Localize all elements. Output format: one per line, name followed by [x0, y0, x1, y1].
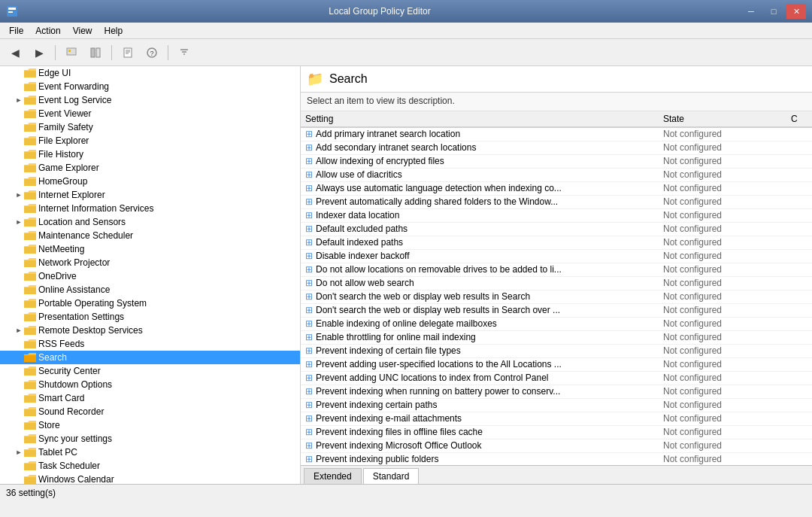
tree-item[interactable]: Maintenance Scheduler: [0, 229, 300, 242]
table-row[interactable]: ⊞Prevent indexing certain pathsNot confi…: [301, 398, 812, 412]
tree-panel[interactable]: Edge UIEvent Forwarding►Event Log Servic…: [0, 66, 301, 484]
table-row[interactable]: ⊞Default indexed pathsNot configured: [301, 236, 812, 249]
help-button[interactable]: ?: [141, 42, 162, 63]
maximize-button[interactable]: □: [764, 4, 783, 19]
tree-item[interactable]: Search: [0, 351, 300, 364]
tree-item[interactable]: Sound Recorder: [0, 405, 300, 418]
folder-icon: [24, 312, 36, 322]
forward-button[interactable]: ▶: [29, 42, 50, 63]
setting-icon: ⊞: [305, 373, 313, 383]
setting-icon: ⊞: [305, 413, 313, 424]
tree-item[interactable]: Event Forwarding: [0, 80, 300, 93]
setting-name: ⊞Prevent indexing e-mail attachments: [301, 412, 659, 425]
table-row[interactable]: ⊞Indexer data locationNot configured: [301, 208, 812, 222]
tree-item[interactable]: HomeGroup: [0, 175, 300, 188]
menu-view[interactable]: View: [67, 24, 98, 38]
folder-icon: [24, 298, 36, 309]
table-row[interactable]: ⊞Allow indexing of encrypted filesNot co…: [301, 154, 812, 168]
tree-item[interactable]: Sync your settings: [0, 432, 300, 446]
menu-help[interactable]: Help: [98, 24, 129, 38]
tree-item[interactable]: RSS Feeds: [0, 337, 300, 351]
table-row[interactable]: ⊞Allow use of diacriticsNot configured: [301, 168, 812, 181]
toolbar-separator-3: [168, 45, 168, 60]
table-row[interactable]: ⊞Prevent indexing public foldersNot conf…: [301, 452, 812, 465]
table-row[interactable]: ⊞Enable throttling for online mail index…: [301, 330, 812, 344]
close-button[interactable]: ✕: [786, 4, 806, 19]
col-setting[interactable]: Setting: [301, 111, 659, 127]
tree-item[interactable]: Edge UI: [0, 66, 300, 80]
table-row[interactable]: ⊞Add primary intranet search locationNot…: [301, 127, 812, 141]
table-row[interactable]: ⊞Don't search the web or display web res…: [301, 303, 812, 317]
col-c[interactable]: C: [786, 111, 812, 127]
show-hide-button[interactable]: [85, 42, 106, 63]
tree-item[interactable]: File History: [0, 147, 300, 161]
setting-name: ⊞Enable throttling for online mail index…: [301, 330, 659, 344]
back-button[interactable]: ◀: [5, 42, 26, 63]
setting-name: ⊞Default excluded paths: [301, 222, 659, 236]
tree-item[interactable]: Shutdown Options: [0, 378, 300, 391]
table-row[interactable]: ⊞Enable indexing of online delegate mail…: [301, 317, 812, 330]
tree-item[interactable]: Online Assistance: [0, 283, 300, 297]
table-row[interactable]: ⊞Prevent indexing Microsoft Office Outlo…: [301, 439, 812, 452]
setting-name: ⊞Prevent indexing Microsoft Office Outlo…: [301, 439, 659, 452]
folder-icon: [24, 366, 36, 376]
table-row[interactable]: ⊞Prevent adding user-specified locations…: [301, 357, 812, 371]
col-state[interactable]: State: [659, 111, 786, 127]
minimize-button[interactable]: ─: [741, 4, 761, 19]
menu-file[interactable]: File: [3, 24, 29, 38]
expand-icon: [14, 393, 24, 403]
table-row[interactable]: ⊞Prevent automatically adding shared fol…: [301, 195, 812, 208]
tab-standard[interactable]: Standard: [363, 468, 420, 484]
tree-item[interactable]: ►Remote Desktop Services: [0, 324, 300, 337]
tree-item[interactable]: File Explorer: [0, 134, 300, 147]
tree-item[interactable]: Internet Information Services: [0, 202, 300, 215]
tree-item[interactable]: Presentation Settings: [0, 310, 300, 324]
tree-item[interactable]: Smart Card: [0, 391, 300, 405]
settings-area[interactable]: Setting State C ⊞Add primary intranet se…: [301, 111, 812, 465]
table-row[interactable]: ⊞Prevent indexing when running on batter…: [301, 385, 812, 398]
filter-button[interactable]: [174, 42, 195, 63]
tree-item[interactable]: ►Event Log Service: [0, 93, 300, 107]
expand-icon: [14, 135, 24, 146]
setting-state: Not configured: [659, 181, 786, 195]
properties-button[interactable]: [117, 42, 138, 63]
tree-item[interactable]: ►Location and Sensors: [0, 215, 300, 229]
setting-c: [786, 439, 812, 452]
table-row[interactable]: ⊞Prevent adding UNC locations to index f…: [301, 371, 812, 385]
table-row[interactable]: ⊞Prevent indexing of certain file typesN…: [301, 344, 812, 357]
table-row[interactable]: ⊞Always use automatic language detection…: [301, 181, 812, 195]
tree-item-label: Shutdown Options: [38, 379, 112, 390]
tree-item[interactable]: Event Viewer: [0, 107, 300, 120]
tree-item[interactable]: ►Internet Explorer: [0, 188, 300, 202]
tree-item[interactable]: ►Tablet PC: [0, 446, 300, 459]
tree-item-label: Tablet PC: [38, 447, 77, 458]
menu-action[interactable]: Action: [29, 24, 66, 38]
tree-item[interactable]: Game Explorer: [0, 161, 300, 175]
tree-item[interactable]: Family Safety: [0, 120, 300, 134]
tree-item-label: Task Scheduler: [38, 461, 100, 471]
tree-item[interactable]: Network Projector: [0, 256, 300, 269]
tree-item[interactable]: Portable Operating System: [0, 297, 300, 310]
tree-item[interactable]: Store: [0, 418, 300, 432]
table-row[interactable]: ⊞Disable indexer backoffNot configured: [301, 249, 812, 263]
tree-item[interactable]: Task Scheduler: [0, 459, 300, 473]
table-row[interactable]: ⊞Do not allow locations on removable dri…: [301, 263, 812, 276]
tree-item[interactable]: Security Center: [0, 364, 300, 378]
setting-state: Not configured: [659, 357, 786, 371]
tab-extended[interactable]: Extended: [304, 468, 362, 484]
table-row[interactable]: ⊞Add secondary intranet search locations…: [301, 141, 812, 154]
setting-c: [786, 385, 812, 398]
up-button[interactable]: [61, 42, 82, 63]
table-row[interactable]: ⊞Default excluded pathsNot configured: [301, 222, 812, 236]
tree-item-label: Portable Operating System: [38, 298, 147, 309]
tree-item[interactable]: NetMeeting: [0, 242, 300, 256]
tree-item[interactable]: Windows Calendar: [0, 473, 300, 484]
tree-item[interactable]: OneDrive: [0, 269, 300, 283]
expand-icon: [14, 244, 24, 254]
table-row[interactable]: ⊞Prevent indexing files in offline files…: [301, 425, 812, 439]
setting-state: Not configured: [659, 412, 786, 425]
right-panel-title: Search: [329, 72, 368, 86]
table-row[interactable]: ⊞Prevent indexing e-mail attachmentsNot …: [301, 412, 812, 425]
table-row[interactable]: ⊞Do not allow web searchNot configured: [301, 276, 812, 290]
table-row[interactable]: ⊞Don't search the web or display web res…: [301, 290, 812, 303]
